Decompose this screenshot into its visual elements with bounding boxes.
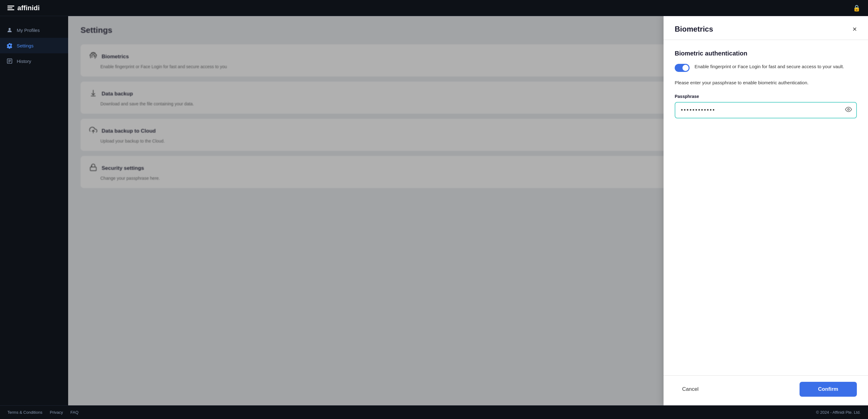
passphrase-input-wrapper (675, 102, 857, 118)
profile-icon (6, 27, 13, 33)
logo-icon (7, 6, 14, 10)
passphrase-note: Please enter your passphrase to enable b… (675, 79, 857, 87)
passphrase-input[interactable] (675, 102, 857, 118)
modal-header: Biometrics × (663, 16, 868, 40)
biometric-toggle[interactable] (675, 64, 689, 72)
confirm-button[interactable]: Confirm (800, 382, 857, 397)
toggle-row: Enable fingerprint or Face Login for fas… (675, 63, 857, 72)
footer-copyright: © 2024 - Affinidi Pte. Ltd. (816, 410, 861, 415)
logo-text: affinidi (17, 4, 40, 12)
footer-links: Terms & Conditions Privacy FAQ (7, 410, 79, 415)
footer-faq-link[interactable]: FAQ (70, 410, 79, 415)
footer: Terms & Conditions Privacy FAQ © 2024 - … (0, 406, 868, 419)
sidebar-item-label-my-profiles: My Profiles (17, 28, 40, 33)
modal-panel: Biometrics × Biometric authentication En… (663, 16, 868, 406)
sidebar-item-settings[interactable]: Settings (0, 38, 68, 53)
top-header: affinidi 🔒 (0, 0, 868, 16)
sidebar-item-label-history: History (17, 59, 31, 64)
lock-icon: 🔒 (853, 4, 861, 12)
toggle-label: Enable fingerprint or Face Login for fas… (694, 63, 844, 70)
sidebar: My Profiles Settings History (0, 16, 68, 406)
eye-icon[interactable] (845, 106, 852, 114)
footer-privacy-link[interactable]: Privacy (50, 410, 63, 415)
logo: affinidi (7, 4, 40, 12)
sidebar-item-label-settings: Settings (17, 43, 33, 48)
cancel-button[interactable]: Cancel (675, 383, 706, 396)
modal-close-button[interactable]: × (852, 25, 857, 33)
history-icon (6, 58, 13, 64)
sidebar-item-history[interactable]: History (0, 53, 68, 69)
passphrase-label: Passphrase (675, 94, 857, 99)
modal-body: Biometric authentication Enable fingerpr… (663, 40, 868, 375)
modal-title: Biometrics (675, 25, 713, 33)
main-layout: My Profiles Settings History Settings (0, 16, 868, 406)
content-area: Settings Biometrics Enable fingerprint o… (68, 16, 868, 406)
modal-footer: Cancel Confirm (663, 375, 868, 406)
settings-icon (6, 42, 13, 49)
svg-point-0 (9, 28, 11, 30)
sidebar-item-my-profiles[interactable]: My Profiles (0, 22, 68, 38)
footer-terms-link[interactable]: Terms & Conditions (7, 410, 42, 415)
biometric-auth-title: Biometric authentication (675, 50, 857, 57)
svg-point-9 (847, 109, 849, 110)
